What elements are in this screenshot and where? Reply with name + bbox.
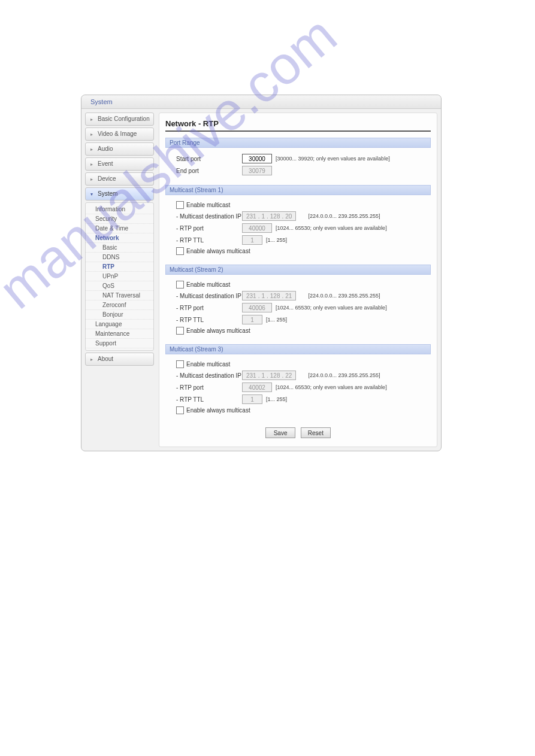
- button-row: Save Reset: [165, 427, 431, 438]
- enable-multicast-checkbox-2[interactable]: [176, 281, 184, 289]
- rtp-ttl-input-1[interactable]: [242, 235, 262, 245]
- tree-item-nat-traversal[interactable]: NAT Traversal: [86, 291, 153, 300]
- sidebar-item-device[interactable]: ▸Device: [85, 172, 154, 186]
- enable-multicast-label-3: Enable multicast: [186, 361, 230, 368]
- sidebar: ▸Basic Configuration ▸Video & Image ▸Aud…: [85, 113, 154, 447]
- rtp-ttl-input-2[interactable]: [242, 315, 262, 324]
- rtp-ttl-label-3: RTP TTL: [176, 396, 242, 403]
- rtp-port-input-2[interactable]: [242, 303, 272, 312]
- ip-label-2: Multicast destination IP: [176, 293, 242, 299]
- expand-icon: ▸: [90, 174, 95, 178]
- ip-input-1[interactable]: 231.1.128.20: [242, 211, 296, 221]
- expand-icon: ▸: [90, 144, 95, 148]
- tree-item-zeroconf[interactable]: Zeroconf: [86, 300, 153, 310]
- tree-item-upnp[interactable]: UPnP: [86, 272, 153, 281]
- enable-multicast-label-1: Enable multicast: [186, 202, 230, 208]
- sidebar-item-audio[interactable]: ▸Audio: [85, 142, 154, 156]
- rtp-port-hint-3: [1024... 65530; only even values are ava…: [276, 384, 387, 390]
- sidebar-item-label: Audio: [98, 145, 113, 152]
- rtp-port-label-2: RTP port: [176, 305, 242, 311]
- sidebar-item-about[interactable]: ▸About: [85, 353, 154, 366]
- sidebar-item-event[interactable]: ▸Event: [85, 157, 154, 171]
- ip-hint-1: [224.0.0.0... 239.255.255.255]: [308, 213, 380, 219]
- tree-item-rtp[interactable]: RTP: [86, 262, 153, 272]
- rtp-ttl-label-1: RTP TTL: [176, 237, 242, 244]
- app-window: System ▸Basic Configuration ▸Video & Ima…: [81, 95, 442, 451]
- ip-label-1: Multicast destination IP: [176, 213, 242, 220]
- sidebar-item-video-image[interactable]: ▸Video & Image: [85, 127, 154, 141]
- save-button[interactable]: Save: [265, 427, 295, 438]
- tree-item-support[interactable]: Support: [86, 339, 153, 348]
- reset-button[interactable]: Reset: [301, 427, 331, 438]
- expand-icon: ▸: [90, 159, 95, 163]
- rtp-port-input-1[interactable]: [242, 223, 272, 233]
- rtp-port-hint-2: [1024... 65530; only even values are ava…: [276, 305, 387, 311]
- section-stream1: Multicast (Stream 1): [165, 185, 431, 195]
- rtp-ttl-label-2: RTP TTL: [176, 317, 242, 323]
- tree-item-network[interactable]: Network: [86, 233, 153, 243]
- tree-item-language[interactable]: Language: [86, 320, 153, 329]
- ip-input-3[interactable]: 231.1.128.22: [242, 371, 296, 380]
- tree-item-bonjour[interactable]: Bonjour: [86, 310, 153, 320]
- enable-multicast-checkbox-1[interactable]: [176, 201, 184, 209]
- expand-icon: ▾: [90, 189, 95, 193]
- tree-item-ddns[interactable]: DDNS: [86, 253, 153, 262]
- always-multicast-checkbox-1[interactable]: [176, 247, 184, 255]
- sidebar-item-label: System: [98, 190, 117, 197]
- sidebar-item-label: Video & Image: [98, 130, 137, 137]
- always-multicast-label-2: Enable always multicast: [186, 327, 250, 334]
- tree-item-security[interactable]: Security: [86, 214, 153, 224]
- rtp-port-input-3[interactable]: [242, 382, 272, 392]
- sidebar-tree: Information Security Date & Time Network…: [85, 202, 154, 351]
- start-port-hint: [30000... 39920; only even values are av…: [276, 156, 390, 162]
- sidebar-item-system[interactable]: ▾System: [85, 187, 154, 201]
- rtp-port-label-1: RTP port: [176, 225, 242, 232]
- sidebar-item-basic-configuration[interactable]: ▸Basic Configuration: [85, 113, 154, 126]
- end-port-label: End port: [176, 168, 242, 174]
- sidebar-item-label: Basic Configuration: [98, 116, 150, 122]
- sidebar-item-label: Device: [98, 175, 116, 182]
- tree-item-basic[interactable]: Basic: [86, 243, 153, 253]
- rtp-ttl-hint-1: [1... 255]: [266, 237, 287, 243]
- enable-multicast-checkbox-3[interactable]: [176, 360, 184, 368]
- start-port-label: Start port: [176, 156, 242, 162]
- content-panel: Network - RTP Port Range Start port [300…: [159, 113, 437, 447]
- always-multicast-checkbox-3[interactable]: [176, 406, 184, 414]
- sidebar-item-label: Event: [98, 160, 113, 167]
- section-port-range: Port Range: [165, 138, 431, 148]
- sidebar-item-label: About: [98, 356, 113, 362]
- start-port-input[interactable]: [242, 154, 272, 163]
- rtp-ttl-hint-2: [1... 255]: [266, 317, 287, 323]
- tree-item-qos[interactable]: QoS: [86, 281, 153, 291]
- page-title: Network - RTP: [165, 119, 431, 132]
- ip-label-3: Multicast destination IP: [176, 372, 242, 379]
- rtp-ttl-input-3[interactable]: [242, 394, 262, 404]
- enable-multicast-label-2: Enable multicast: [186, 281, 230, 288]
- always-multicast-label-3: Enable always multicast: [186, 407, 250, 414]
- always-multicast-label-1: Enable always multicast: [186, 248, 250, 254]
- ip-input-2[interactable]: 231.1.128.21: [242, 291, 296, 300]
- window-title: System: [81, 95, 441, 109]
- tree-item-date-time[interactable]: Date & Time: [86, 224, 153, 233]
- expand-icon: ▸: [90, 129, 95, 133]
- rtp-port-hint-1: [1024... 65530; only even values are ava…: [276, 225, 387, 231]
- end-port-input: [242, 166, 272, 175]
- ip-hint-3: [224.0.0.0... 239.255.255.255]: [308, 372, 380, 378]
- tree-item-maintenance[interactable]: Maintenance: [86, 329, 153, 339]
- rtp-port-label-3: RTP port: [176, 384, 242, 391]
- section-stream3: Multicast (Stream 3): [165, 344, 431, 354]
- always-multicast-checkbox-2[interactable]: [176, 327, 184, 335]
- tree-item-information[interactable]: Information: [86, 205, 153, 214]
- expand-icon: ▸: [90, 354, 95, 359]
- ip-hint-2: [224.0.0.0... 239.255.255.255]: [308, 293, 380, 299]
- section-stream2: Multicast (Stream 2): [165, 265, 431, 275]
- expand-icon: ▸: [90, 114, 95, 119]
- rtp-ttl-hint-3: [1... 255]: [266, 396, 287, 402]
